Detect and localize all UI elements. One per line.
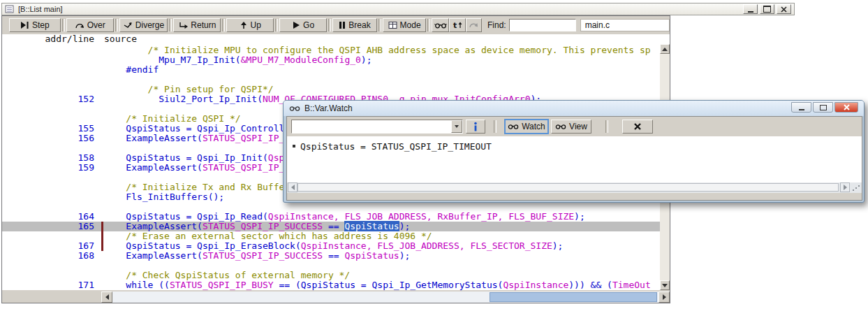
minimize-button[interactable] [743, 4, 758, 14]
source-line[interactable]: /* Initialize MPU to configure the QSPI … [2, 45, 660, 55]
toolbar-separator [169, 19, 172, 31]
watch-button-label: Watch [522, 122, 545, 131]
line-number: 168 [2, 251, 101, 261]
delete-x-icon [633, 122, 642, 131]
source-text: /* Check QspiStatus of external memory *… [101, 270, 350, 280]
vscroll-down-button[interactable] [660, 280, 670, 290]
toolbar-separator [427, 19, 430, 31]
toolbar-separator [275, 19, 278, 31]
find-input[interactable] [509, 19, 576, 31]
toolbar-separator [605, 120, 608, 133]
hscroll-thumb[interactable] [490, 292, 657, 302]
bullet-icon [293, 145, 295, 148]
up-arrow-icon [662, 48, 668, 51]
glasses-icon [434, 22, 447, 29]
source-line[interactable]: 168 ExampleAssert(STATUS_QSPI_IP_SUCCESS… [2, 251, 660, 261]
source-text: /* Initialize QSPI */ [101, 113, 241, 124]
maximize-button[interactable] [760, 4, 774, 14]
diverge-label: Diverge [135, 20, 164, 30]
line-number: 171 [2, 280, 101, 290]
hscroll-left-button[interactable] [101, 292, 112, 303]
source-text: Fls_InitBuffers(); [101, 192, 224, 202]
view-button[interactable]: View [551, 120, 591, 134]
source-line[interactable]: 164 QspiStatus = Qspi_Ip_Read(QspiInstan… [2, 212, 660, 222]
minimize-icon [799, 109, 804, 110]
chevron-down-icon [455, 125, 459, 128]
var-watch-titlebar[interactable]: B::Var.Watch [284, 101, 864, 116]
listing-header: addr/linesource [2, 34, 670, 44]
over-button[interactable]: Over [66, 18, 114, 32]
file-name-field[interactable]: main.c [580, 19, 670, 31]
source-text: ExampleAssert(STATUS_QSPI_IP_SUCCESS == … [101, 250, 410, 261]
vscroll-up-button[interactable] [660, 44, 670, 54]
mode-button[interactable]: Mode [383, 18, 426, 32]
var-watch-body: Watch View QspiStatus = STATUS_QSPI_IP_T… [286, 116, 862, 201]
close-icon [844, 104, 850, 110]
watch-hscroll-left-button[interactable] [288, 182, 297, 192]
go-button[interactable]: Go [279, 18, 327, 32]
watch-maximize-button[interactable] [813, 102, 833, 113]
source-line[interactable]: #endif [2, 65, 660, 75]
diverge-button[interactable]: Diverge [119, 18, 168, 32]
hscroll-right-button[interactable] [659, 292, 670, 303]
combo-dropdown-button[interactable] [451, 120, 462, 133]
minimize-icon [748, 11, 753, 13]
redo-button-disabled[interactable] [466, 18, 482, 32]
break-icon [339, 21, 346, 29]
main-window-titlebar[interactable]: [B::List main] [1, 3, 795, 15]
t-up-button[interactable]: t [449, 18, 465, 32]
close-button[interactable] [777, 4, 791, 14]
source-line[interactable]: Mpu_M7_Ip_Init(&MPU_M7_ModuleConfig_0); [2, 55, 660, 65]
break-button[interactable]: Break [332, 18, 377, 32]
up-icon [240, 21, 248, 29]
resize-grip[interactable] [851, 183, 860, 192]
maximize-icon [820, 105, 827, 110]
delete-watch-button[interactable] [622, 120, 653, 134]
line-number: 158 [2, 153, 101, 163]
watch-entry[interactable]: QspiStatus = STATUS_QSPI_IP_TIMEOUT [287, 141, 862, 152]
source-line[interactable]: 171 while ((STATUS_QSPI_IP_BUSY == (Qspi… [2, 280, 660, 290]
t-up-icon: t [452, 21, 463, 29]
variable-input[interactable] [292, 121, 451, 132]
watch-hscroll-right-button[interactable] [840, 182, 850, 192]
source-text: QspiStatus = Qspi_Ip_EraseBlock(QspiInst… [101, 240, 563, 251]
list-window-icon [5, 5, 14, 13]
find-label: Find: [487, 20, 506, 30]
go-icon [292, 21, 300, 29]
watch-minimize-button[interactable] [791, 102, 811, 113]
source-text [101, 74, 104, 85]
watch-list: QspiStatus = STATUS_QSPI_IP_TIMEOUT [287, 136, 862, 182]
return-button[interactable]: Return [173, 18, 221, 32]
watch-hscroll [287, 182, 862, 193]
source-text: while ((STATUS_QSPI_IP_BUSY == (QspiStat… [101, 280, 651, 290]
header-addr-line: addr/line [2, 34, 101, 44]
source-line[interactable] [2, 202, 660, 212]
glasses-icon [508, 123, 519, 130]
line-number: 165 [2, 222, 101, 231]
up-button[interactable]: Up [226, 18, 274, 32]
source-text: /* Pin setup for QSPI*/ [101, 84, 274, 94]
watch-button[interactable]: Watch [505, 120, 548, 134]
source-line[interactable]: /* Check QspiStatus of external memory *… [2, 271, 660, 280]
line-number: 152 [2, 94, 101, 104]
line-number: 167 [2, 241, 101, 251]
source-line[interactable] [2, 261, 660, 271]
var-watch-title: B::Var.Watch [304, 103, 353, 113]
watch-glasses-icon [289, 105, 300, 112]
mode-label: Mode [400, 20, 421, 30]
source-text [101, 172, 104, 182]
source-line[interactable]: /* Pin setup for QSPI*/ [2, 85, 660, 94]
var-info-button[interactable] [466, 120, 485, 134]
source-line[interactable] [2, 75, 660, 85]
glasses-button[interactable] [432, 18, 449, 32]
watch-hscroll-thumb[interactable] [297, 183, 839, 192]
toolbar-separator [328, 19, 331, 31]
source-text [101, 143, 104, 153]
toolbar-separator [378, 19, 381, 31]
breakpoint-range-marker [101, 222, 103, 251]
return-icon [178, 21, 188, 29]
watch-close-button[interactable] [834, 102, 858, 113]
view-button-label: View [569, 122, 587, 131]
step-button[interactable]: Step [9, 18, 61, 32]
down-arrow-icon [662, 284, 668, 287]
